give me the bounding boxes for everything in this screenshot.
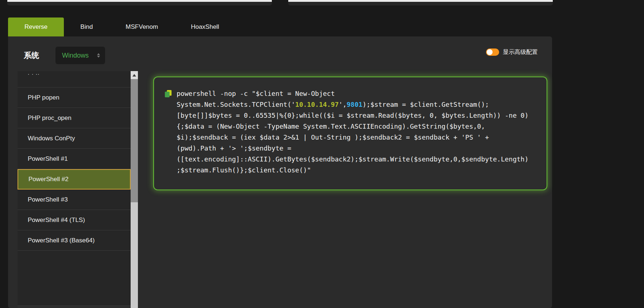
tab-reverse[interactable]: Reverse: [8, 17, 64, 36]
tab-bind[interactable]: Bind: [64, 17, 109, 36]
tab-hoaxshell-label: HoaxShell: [191, 23, 219, 30]
toggle-knob: [487, 49, 493, 55]
list-item-label: PowerShell #2: [28, 176, 69, 183]
list-item-clipped-label: . . ..: [28, 71, 40, 76]
list-item-php-proc-open[interactable]: PHP proc_open: [18, 108, 131, 128]
list-item-php-popen[interactable]: PHP popen: [18, 87, 131, 108]
list-item-label: PowerShell #3: [28, 196, 68, 203]
scrollbar-up-button[interactable]: [131, 71, 138, 79]
list-item-label: PowerShell #1: [28, 155, 68, 163]
scrollbar-thumb[interactable]: [131, 79, 138, 202]
list-item-label: PHP popen: [28, 94, 59, 101]
list-item-powershell-4-tls[interactable]: PowerShell #4 (TLS): [18, 210, 131, 230]
list-item-powershell-1[interactable]: PowerShell #1: [18, 149, 131, 169]
list-scrollbar[interactable]: [131, 71, 138, 308]
list-item-label: PowerShell #3 (Base64): [28, 237, 95, 244]
list-item-label: PowerShell #4 (TLS): [28, 217, 85, 224]
tab-reverse-label: Reverse: [24, 23, 47, 30]
list-item-label: PHP proc_open: [28, 114, 72, 122]
shell-type-tabs: Reverse Bind MSFVenom HoaxShell: [8, 17, 236, 36]
payload-list: . . .. PHP popen PHP proc_open Windows C…: [18, 71, 131, 308]
list-item-powershell-3-base64[interactable]: PowerShell #3 (Base64): [18, 230, 131, 251]
shell-code: powershell -nop -c "$client = New-Object…: [154, 77, 547, 190]
list-item-powershell-2-selected[interactable]: PowerShell #2: [18, 169, 131, 190]
top-panel-left: [7, 0, 272, 5]
select-chevrons-icon: [97, 53, 100, 58]
os-select[interactable]: Windows: [55, 47, 105, 64]
advanced-config-toggle[interactable]: [486, 48, 499, 56]
list-item-clipped[interactable]: . . ..: [18, 71, 131, 87]
tab-msfvenom[interactable]: MSFVenom: [109, 17, 174, 36]
advanced-config-label: 显示高级配置: [503, 48, 538, 56]
os-label: 系统: [24, 50, 39, 61]
list-item-partial-bottom: [18, 305, 131, 308]
payload-code-box: powershell -nop -c "$client = New-Object…: [153, 77, 547, 190]
tab-bind-label: Bind: [80, 23, 93, 30]
list-item-powershell-3[interactable]: PowerShell #3: [18, 190, 131, 210]
tab-msfvenom-label: MSFVenom: [126, 23, 158, 30]
tab-hoaxshell[interactable]: HoaxShell: [174, 17, 236, 36]
os-select-value: Windows: [62, 52, 97, 59]
list-item-windows-conpty[interactable]: Windows ConPty: [18, 128, 131, 149]
top-panel-right: [288, 0, 553, 5]
list-item-label: Windows ConPty: [28, 135, 75, 142]
page: Reverse Bind MSFVenom HoaxShell 系统 Windo…: [0, 0, 644, 308]
